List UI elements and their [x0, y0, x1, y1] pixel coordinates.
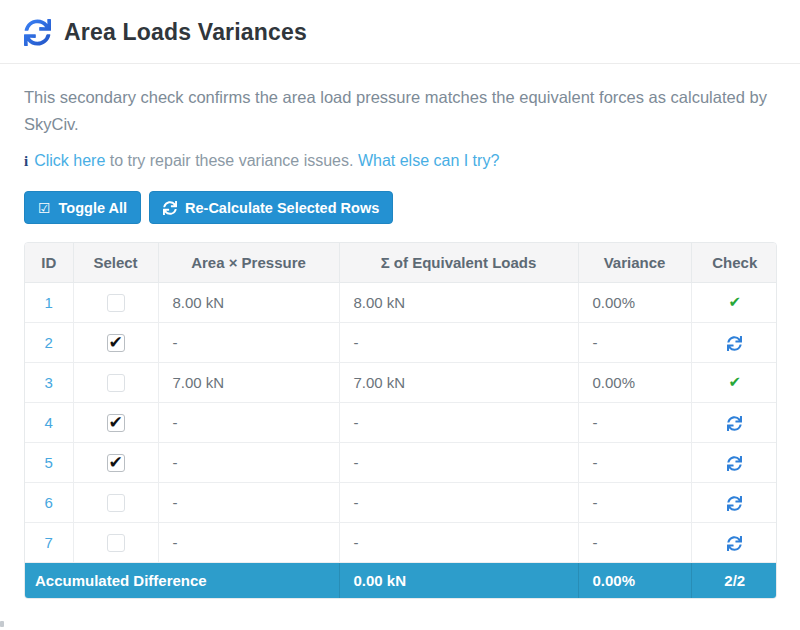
sync-icon: [163, 201, 177, 215]
info-line: i Click here to try repair these varianc…: [24, 152, 776, 170]
area-pressure-cell: 7.00 kN: [158, 362, 339, 402]
row-checkbox[interactable]: [107, 494, 125, 512]
row-id-link[interactable]: 4: [25, 402, 73, 442]
col-header-id: ID: [25, 243, 73, 282]
table-row: 2---: [25, 322, 777, 362]
equivalent-loads-cell: -: [339, 442, 578, 482]
equivalent-loads-cell: -: [339, 322, 578, 362]
col-header-check: Check: [691, 243, 777, 282]
table-footer: Accumulated Difference 0.00 kN 0.00% 2/2: [25, 562, 777, 598]
select-cell: [73, 322, 158, 362]
footer-check-count: 2/2: [691, 562, 777, 598]
row-id-link[interactable]: 7: [25, 522, 73, 562]
sync-icon[interactable]: [727, 536, 742, 551]
accumulated-difference-label: Accumulated Difference: [25, 562, 339, 598]
row-id-link[interactable]: 1: [25, 282, 73, 322]
select-cell: [73, 482, 158, 522]
check-square-icon: ☑: [38, 200, 51, 216]
row-id-link[interactable]: 3: [25, 362, 73, 402]
select-cell: [73, 522, 158, 562]
variances-table: ID Select Area × Pressure Σ of Equivalen…: [24, 242, 777, 599]
check-cell: [691, 442, 777, 482]
table-row: 5---: [25, 442, 777, 482]
area-pressure-cell: -: [158, 442, 339, 482]
check-pass-icon: ✔: [728, 373, 741, 390]
repair-link[interactable]: Click here: [34, 152, 105, 169]
toggle-all-label: Toggle All: [59, 200, 127, 216]
variance-cell: -: [578, 522, 691, 562]
footer-variance: 0.00%: [578, 562, 691, 598]
row-checkbox[interactable]: [107, 534, 125, 552]
row-checkbox[interactable]: [107, 334, 125, 352]
sync-icon: [24, 19, 51, 46]
variance-cell: -: [578, 402, 691, 442]
area-pressure-cell: -: [158, 402, 339, 442]
page-title: Area Loads Variances: [64, 19, 307, 46]
select-cell: [73, 282, 158, 322]
area-pressure-cell: -: [158, 522, 339, 562]
check-pass-icon: ✔: [728, 293, 741, 310]
col-header-select: Select: [73, 243, 158, 282]
info-icon: i: [24, 153, 28, 170]
table-row: 37.00 kN7.00 kN0.00%✔: [25, 362, 777, 402]
variance-cell: -: [578, 482, 691, 522]
row-id-link[interactable]: 6: [25, 482, 73, 522]
table-body: 18.00 kN8.00 kN0.00%✔2---37.00 kN7.00 kN…: [25, 282, 777, 562]
row-checkbox[interactable]: [107, 294, 125, 312]
equivalent-loads-cell: -: [339, 482, 578, 522]
check-cell: [691, 322, 777, 362]
area-pressure-cell: -: [158, 482, 339, 522]
row-checkbox[interactable]: [107, 414, 125, 432]
equivalent-loads-cell: -: [339, 522, 578, 562]
check-cell: ✔: [691, 282, 777, 322]
col-header-variance: Variance: [578, 243, 691, 282]
select-cell: [73, 362, 158, 402]
col-header-equivalent-loads: Σ of Equivalent Loads: [339, 243, 578, 282]
row-id-link[interactable]: 5: [25, 442, 73, 482]
check-cell: [691, 482, 777, 522]
row-id-link[interactable]: 2: [25, 322, 73, 362]
row-checkbox[interactable]: [107, 454, 125, 472]
variance-cell: -: [578, 442, 691, 482]
header-divider: [0, 63, 800, 64]
corner-artifact: [0, 621, 4, 627]
description-text: This secondary check confirms the area l…: [24, 84, 776, 137]
table-row: 6---: [25, 482, 777, 522]
sync-icon[interactable]: [727, 456, 742, 471]
area-loads-variances-panel: Area Loads Variances This secondary chec…: [0, 0, 800, 599]
table-row: 7---: [25, 522, 777, 562]
panel-header: Area Loads Variances: [24, 16, 776, 48]
select-cell: [73, 402, 158, 442]
col-header-area-pressure: Area × Pressure: [158, 243, 339, 282]
table-row: 4---: [25, 402, 777, 442]
recalculate-button[interactable]: Re-Calculate Selected Rows: [149, 191, 393, 224]
sync-icon[interactable]: [727, 496, 742, 511]
sync-icon[interactable]: [727, 416, 742, 431]
select-cell: [73, 442, 158, 482]
footer-equivalent-loads: 0.00 kN: [339, 562, 578, 598]
equivalent-loads-cell: 8.00 kN: [339, 282, 578, 322]
check-cell: ✔: [691, 362, 777, 402]
row-checkbox[interactable]: [107, 374, 125, 392]
toolbar: ☑ Toggle All Re-Calculate Selected Rows: [24, 191, 776, 224]
sync-icon[interactable]: [727, 336, 742, 351]
recalculate-label: Re-Calculate Selected Rows: [185, 200, 379, 216]
table-row: 18.00 kN8.00 kN0.00%✔: [25, 282, 777, 322]
variance-cell: 0.00%: [578, 282, 691, 322]
area-pressure-cell: 8.00 kN: [158, 282, 339, 322]
table-header: ID Select Area × Pressure Σ of Equivalen…: [25, 243, 777, 282]
toggle-all-button[interactable]: ☑ Toggle All: [24, 191, 141, 224]
check-cell: [691, 522, 777, 562]
equivalent-loads-cell: 7.00 kN: [339, 362, 578, 402]
equivalent-loads-cell: -: [339, 402, 578, 442]
what-else-link[interactable]: What else can I try?: [358, 152, 499, 169]
info-middle-text: to try repair these variance issues.: [110, 152, 354, 169]
area-pressure-cell: -: [158, 322, 339, 362]
check-cell: [691, 402, 777, 442]
variance-cell: 0.00%: [578, 362, 691, 402]
variance-cell: -: [578, 322, 691, 362]
